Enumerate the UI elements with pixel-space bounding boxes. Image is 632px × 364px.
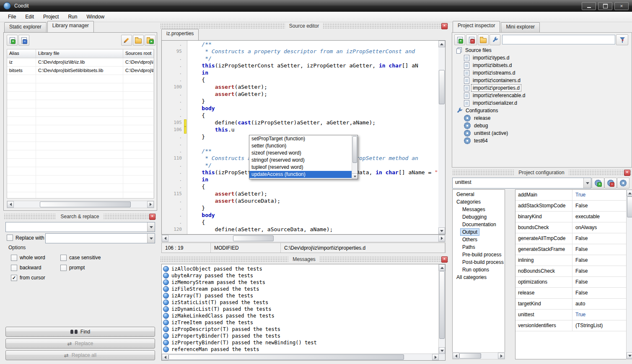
scroll-left-button[interactable] (453, 353, 459, 359)
remove-source-button[interactable] (466, 34, 477, 45)
property-row[interactable]: binaryKindexecutable (515, 212, 626, 222)
scroll-right-button[interactable] (438, 235, 445, 242)
option-case-sensitive[interactable]: case sensitive (60, 253, 110, 263)
library-row[interactable]: izC:\Dev\dproj\iz\lib\iz.libC:\Dev\dproj… (7, 58, 154, 67)
menu-window[interactable]: Window (82, 13, 109, 21)
category-post-build-process[interactable]: Post-build process (453, 258, 505, 266)
scroll-up-button[interactable] (438, 41, 445, 47)
category-paths[interactable]: Paths (453, 243, 505, 251)
tree-item-configuration[interactable]: release (454, 114, 630, 122)
whole-word-checkbox[interactable] (11, 255, 17, 261)
close-window-button[interactable]: × (614, 2, 629, 10)
from-cursor-checkbox[interactable]: ✓ (11, 275, 17, 281)
message-item[interactable]: izTreeItem passed the tests (162, 319, 438, 326)
tree-item-configuration[interactable]: debug (454, 122, 630, 129)
category-general[interactable]: General (453, 191, 505, 198)
tree-item-configuration[interactable]: test64 (454, 137, 630, 145)
completion-item[interactable]: tupleof (reserved word) (249, 164, 357, 171)
property-value[interactable]: False (572, 255, 626, 266)
completion-item[interactable]: setPropTarget (function) (249, 135, 357, 142)
close-messages-panel-button[interactable]: × (441, 256, 448, 263)
property-value[interactable]: True (572, 310, 626, 320)
open-library-file-button[interactable] (133, 35, 144, 46)
tree-item-source[interactable]: import\iz\serializer.d (454, 99, 630, 107)
tab-static-explorer[interactable]: Static explorer (4, 22, 47, 32)
scroll-up-button[interactable] (627, 190, 632, 196)
message-item[interactable]: izMakeLinkedClass passed the tests (162, 312, 438, 319)
option-prompt[interactable]: prompt (60, 263, 110, 273)
completion-item[interactable]: sizeof (reserved word) (249, 150, 357, 157)
scroll-down-button[interactable] (439, 347, 445, 354)
tree-item-source[interactable]: import\iz\bitsets.d (454, 62, 630, 69)
completion-item[interactable]: updateAccess (function) (249, 171, 357, 178)
property-row[interactable]: generateAllTmpCodeFalse (515, 233, 626, 244)
replace-term-combo[interactable] (45, 233, 155, 243)
property-value[interactable]: False (572, 244, 626, 255)
scroll-right-button[interactable] (498, 353, 505, 359)
remove-configuration-button[interactable] (604, 178, 617, 188)
tab-mini-explorer[interactable]: Mini explorer (501, 22, 540, 32)
tree-root-configurations[interactable]: Configurations (454, 107, 630, 114)
scrollbar-thumb[interactable] (168, 354, 404, 360)
scrollbar-thumb[interactable] (40, 201, 131, 207)
tab-library-manager[interactable]: Library manager (47, 21, 94, 32)
property-grid-vscrollbar[interactable] (626, 189, 632, 359)
message-item[interactable]: izDynamicList(T) passed the tests (162, 306, 438, 312)
property-row[interactable]: boundsCheckonAlways (515, 222, 626, 233)
message-item[interactable]: izPropertyBinder(T) passed the tests (162, 333, 438, 339)
message-item[interactable]: izAllocObject passed the tests (162, 266, 438, 272)
replace-all-button[interactable]: ⇄ Replace all (5, 350, 155, 360)
scrollbar-thumb[interactable] (439, 271, 445, 339)
scrollbar-thumb[interactable] (439, 70, 445, 104)
completion-item[interactable]: setter (function) (249, 142, 357, 150)
dropdown-button[interactable] (147, 234, 155, 243)
tree-item-source[interactable]: import\iz\properties.d (454, 84, 630, 92)
messages-hscrollbar[interactable] (162, 354, 439, 360)
remove-library-button[interactable] (18, 35, 29, 46)
close-configuration-panel-button[interactable]: × (624, 170, 630, 176)
column-header-library-file[interactable]: Library file (36, 49, 123, 58)
category-all-categories[interactable]: All categories (453, 274, 505, 281)
scroll-down-button[interactable] (438, 227, 445, 234)
property-value[interactable]: (TStringList) (572, 320, 626, 331)
message-item[interactable]: izPropDescriptor(T) passed the tests (162, 326, 438, 333)
select-sources-root-button[interactable] (145, 35, 155, 46)
menu-run[interactable]: Run (63, 13, 82, 21)
add-folder-button[interactable] (478, 34, 489, 45)
property-row[interactable]: releaseFalse (515, 288, 626, 299)
completion-scrollbar[interactable] (352, 135, 357, 179)
scroll-down-button[interactable] (627, 352, 632, 359)
column-header-sources-root[interactable]: Sources root (123, 49, 154, 58)
completion-item[interactable]: stringof (reserved word) (249, 157, 357, 164)
option-backward[interactable]: backward (11, 263, 60, 273)
editor-hscrollbar[interactable] (161, 235, 446, 242)
tab-iz-properties[interactable]: iz.properties (161, 29, 199, 40)
property-row[interactable]: unittestTrue (515, 310, 626, 320)
tree-item-source[interactable]: import\iz\referencable.d (454, 92, 630, 99)
property-value[interactable]: False (572, 288, 626, 298)
scroll-right-button[interactable] (432, 354, 439, 360)
tree-filter-input[interactable] (502, 35, 615, 44)
configuration-combo[interactable]: unittest (452, 178, 591, 188)
scrollbar-thumb[interactable] (352, 136, 357, 163)
property-value[interactable]: False (572, 201, 626, 211)
dropdown-button[interactable] (147, 222, 155, 232)
menu-file[interactable]: File (3, 13, 21, 21)
scroll-left-button[interactable] (7, 201, 14, 208)
scroll-left-button[interactable] (162, 235, 168, 242)
menu-edit[interactable]: Edit (21, 13, 39, 21)
add-source-button[interactable] (454, 34, 465, 45)
property-value[interactable]: False (572, 233, 626, 244)
close-editor-panel-button[interactable]: × (441, 23, 448, 29)
library-hscrollbar[interactable] (7, 201, 154, 208)
message-item[interactable]: izFileStream passed the tests (162, 286, 438, 292)
edit-library-button[interactable] (121, 35, 132, 46)
case-sensitive-checkbox[interactable] (60, 255, 67, 261)
scroll-up-button[interactable] (439, 264, 445, 271)
tree-root-source-files[interactable]: Source files (454, 46, 630, 54)
replace-with-checkbox[interactable] (7, 235, 13, 241)
category-documentation[interactable]: Documentation (453, 221, 505, 228)
replace-button[interactable]: ⇄ Replace (5, 338, 155, 349)
property-value[interactable]: True (572, 190, 626, 200)
tree-filter-button[interactable]: × (616, 34, 628, 45)
